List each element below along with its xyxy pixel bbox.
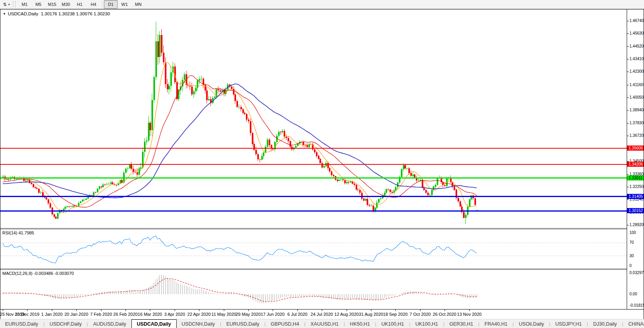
price-tick-mark [627, 33, 629, 34]
timeframe-button-h1[interactable]: H1 [73, 0, 87, 9]
toolbar-separator [102, 1, 102, 8]
timeframe-button-h4[interactable]: H4 [87, 0, 100, 9]
time-tick-mark [27, 310, 28, 311]
chart-tab-usdcad-daily[interactable]: USDCAD,Daily [131, 319, 177, 328]
rsi-canvas[interactable] [0, 229, 627, 269]
chart-tab-china300-h1[interactable]: CHINA300,H1 [623, 319, 644, 328]
price-tick-mark [627, 110, 629, 111]
time-tick-mark [420, 310, 421, 311]
time-tick-mark [52, 310, 52, 311]
mt4-terminal: ⇅ ▾ M1M5M15M30H1H4D1W1MN ▼USDCAD,Daily 1… [0, 0, 644, 328]
price-line-badge: 1.33011 [627, 175, 644, 181]
time-axis-label: 26 Feb 2020 [113, 312, 138, 317]
price-tick-label: 1.40050 [629, 95, 644, 100]
chart-tab-dj30-daily[interactable]: DJ30,Daily [588, 319, 622, 328]
hline-1[interactable] [0, 164, 627, 165]
timeframe-toolbar: ⇅ ▾ M1M5M15M30H1H4D1W1MN [0, 0, 644, 9]
chart-tab-fra40-h1[interactable]: FRA40,H1 [480, 319, 513, 328]
toolbar-grip-handle[interactable] [13, 1, 16, 7]
price-tick-label: 1.42300 [629, 69, 644, 74]
price-line-badge: 1.35606 [627, 146, 644, 151]
cursor-tool-icon[interactable]: ⇅ [2, 1, 8, 7]
rsi-pane[interactable]: RSI(14) 41.7985 [0, 229, 627, 269]
main-chart-canvas[interactable] [0, 9, 627, 228]
time-tick-mark [297, 310, 298, 311]
chart-high-value: 1.30238 [58, 11, 75, 16]
hline-2[interactable] [0, 177, 627, 179]
price-tick-label: 1.28920 [629, 223, 644, 227]
price-tick-mark [627, 225, 629, 225]
time-axis-label: 20 Jan 2020 [65, 312, 89, 317]
macd-indicator-label: MACD(12,26,9) -0.003486 -0.003070 [2, 271, 74, 276]
chart-tab-eurusd-daily[interactable]: EURUSD,Daily [221, 319, 264, 328]
price-tick-label: 1.43410 [629, 57, 644, 61]
timeframe-button-m1[interactable]: M1 [18, 0, 31, 9]
time-tick-mark [76, 310, 77, 311]
price-tick-label: 1.36720 [629, 133, 644, 138]
chart-low-value: 1.30076 [76, 11, 92, 16]
time-tick-mark [469, 310, 470, 311]
hline-0[interactable] [0, 148, 627, 149]
toolbar-dropdown-caret-icon[interactable]: ▾ [8, 3, 10, 6]
time-axis-label: 7 Oct 2020 [410, 312, 431, 317]
chart-tab-usdcnh-daily[interactable]: USDCNH,Daily [177, 319, 220, 328]
time-tick-mark [322, 310, 322, 311]
macd-canvas[interactable] [0, 270, 627, 309]
time-axis-label: 13 Nov 2020 [457, 312, 482, 317]
timeframe-button-w1[interactable]: W1 [118, 0, 131, 9]
time-axis-label: 31 Aug 2020 [359, 312, 383, 317]
timeframe-button-d1[interactable]: D1 [104, 0, 118, 9]
price-tick-label: 1.38940 [629, 108, 644, 112]
chart-tab-audusd-daily[interactable]: AUDUSD,Daily [88, 319, 131, 328]
chart-tab-ger30-h1[interactable]: GER30,H1 [444, 319, 478, 328]
time-tick-mark [248, 310, 249, 311]
chart-tab-usdchf-daily[interactable]: USDCHF,Daily [44, 319, 87, 328]
chart-tab-gbpusd-h4[interactable]: GBPUSD,H4 [266, 319, 304, 328]
price-tick-mark [627, 199, 629, 200]
chart-tab-usdjpy-h1[interactable]: USDJPY,H1 [550, 319, 587, 328]
price-axis[interactable]: 1.467401.456301.445201.434101.423001.411… [627, 9, 644, 309]
timeframe-button-mn[interactable]: MN [131, 0, 145, 9]
time-axis-label: 11 May 2020 [212, 312, 236, 317]
chart-tab-uk100-h1[interactable]: UK100,H1 [376, 319, 409, 328]
candles-layer [2, 22, 478, 224]
hline-3[interactable] [0, 196, 627, 197]
chart-tab-eurusd-daily[interactable]: EURUSD,Daily [0, 319, 43, 328]
main-price-pane[interactable]: ▼USDCAD,Daily 1.30176 1.30238 1.30076 1.… [0, 9, 627, 228]
hline-4[interactable] [0, 210, 627, 212]
price-tick-mark [627, 59, 629, 59]
price-tick-label: 1.44520 [629, 44, 644, 48]
price-tick-mark [627, 85, 629, 85]
time-axis-label: 3 Apr 2020 [164, 312, 185, 317]
price-tick-label: 1.41160 [629, 83, 643, 87]
timeframe-button-m5[interactable]: M5 [31, 0, 45, 9]
chart-tab-usoil-daily[interactable]: USOil,Daily [514, 319, 549, 328]
time-axis-label: 12 Aug 2020 [334, 312, 359, 317]
chart-tab-hk50-h1[interactable]: HK50,H1 [345, 319, 375, 328]
time-axis-label: 26 Oct 2020 [433, 312, 456, 317]
time-axis[interactable]: 25 Nov 201913 Dec 20191 Jan 202020 Jan 2… [0, 309, 644, 319]
price-tick-label: 1.45630 [629, 31, 644, 35]
price-line-badge: 1.34206 [627, 162, 644, 167]
macd-scale-label: 0.032972 [629, 271, 644, 275]
macd-scale-label: 0.00 [629, 292, 637, 296]
time-axis-label: 13 Dec 2019 [15, 312, 39, 317]
timeframe-button-m15[interactable]: M15 [45, 0, 59, 9]
time-axis-label: 29 May 2020 [236, 312, 261, 317]
time-axis-label: 24 Jul 2020 [311, 312, 333, 317]
time-axis-label: 6 Jul 2020 [288, 312, 308, 317]
timeframe-button-m30[interactable]: M30 [59, 0, 73, 9]
chart-close-value: 1.30230 [94, 11, 110, 16]
time-axis-label: 22 Apr 2020 [187, 312, 210, 317]
symbol-dropdown-icon[interactable]: ▼ [3, 12, 6, 16]
rsi-scale-label: 70 [629, 240, 634, 245]
time-axis-label: 7 Feb 2020 [90, 312, 112, 317]
macd-pane[interactable]: MACD(12,26,9) -0.003486 -0.003070 [0, 270, 627, 309]
time-tick-mark [347, 310, 347, 311]
chart-tab-uk100-h1[interactable]: UK100,H1 [410, 319, 443, 328]
price-tick-mark [627, 123, 629, 123]
time-axis-label: 18 Sep 2020 [383, 312, 408, 317]
time-tick-mark [175, 310, 175, 311]
chart-tab-xauusd-h1[interactable]: XAUUSD,H1 [305, 319, 344, 328]
time-axis-label: 17 Jun 2020 [261, 312, 285, 317]
